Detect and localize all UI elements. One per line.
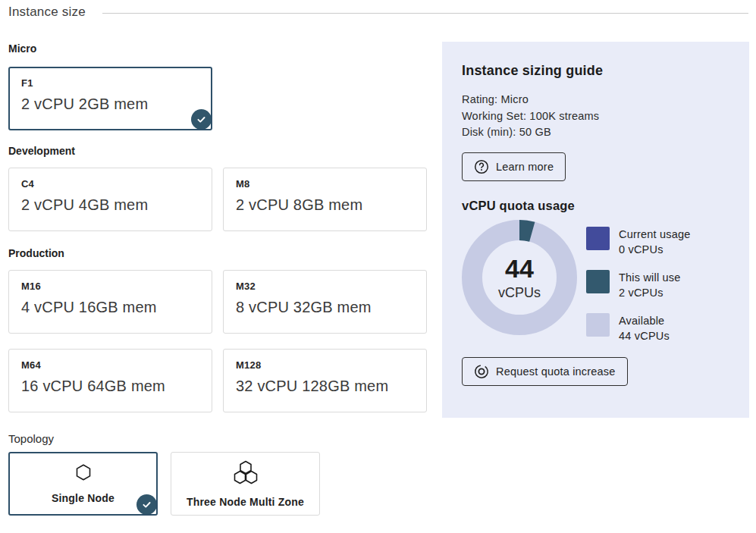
size-card-m32[interactable]: M32 8 vCPU 32GB mem [223, 270, 427, 334]
topology-options-row: Single Node Three Node Multi Zone [8, 452, 427, 516]
learn-more-label: Learn more [496, 161, 554, 173]
topology-card-three-node[interactable]: Three Node Multi Zone [171, 452, 320, 516]
size-card-c4[interactable]: C4 2 vCPU 4GB mem [8, 168, 212, 231]
selected-check-icon [136, 494, 157, 515]
legend-swatch-current-usage [586, 227, 610, 250]
request-quota-label: Request quota increase [496, 365, 616, 378]
size-card-spec: 32 vCPU 128GB mem [236, 378, 414, 395]
legend-item-this-will-use: This will use 2 vCPUs [586, 270, 691, 300]
size-card-m8[interactable]: M8 2 vCPU 8GB mem [223, 168, 427, 231]
size-card-code: M128 [236, 359, 414, 371]
content-row: Micro F1 2 vCPU 2GB mem Development C4 2… [0, 20, 756, 516]
topology-option-label: Three Node Multi Zone [187, 496, 304, 508]
vcpu-quota-donut-chart: 44 vCPUs [462, 220, 577, 335]
selected-check-icon [191, 109, 212, 130]
micro-section-label: Micro [8, 42, 427, 55]
size-card-spec: 8 vCPU 32GB mem [236, 299, 414, 316]
instance-sizing-guide-panel: Instance sizing guide Rating: Micro Work… [442, 42, 749, 418]
size-card-code: M32 [236, 281, 414, 292]
section-header: Instance size [0, 0, 756, 20]
size-card-spec: 16 vCPU 64GB mem [21, 378, 199, 395]
legend-value: 2 vCPUs [619, 287, 663, 299]
legend-name: Available [619, 315, 664, 327]
request-quota-increase-button[interactable]: Request quota increase [462, 357, 628, 386]
legend-name: Current usage [619, 228, 691, 240]
guide-panel-title: Instance sizing guide [462, 63, 729, 79]
size-card-code: M16 [21, 281, 199, 292]
size-card-m64[interactable]: M64 16 vCPU 64GB mem [8, 349, 212, 412]
size-card-m128[interactable]: M128 32 vCPU 128GB mem [223, 349, 427, 412]
help-circle-icon [474, 159, 489, 174]
size-card-spec: 2 vCPU 8GB mem [236, 196, 414, 214]
quota-chart-row: 44 vCPUs Current usage 0 vCPUs [462, 220, 729, 343]
size-card-code: C4 [21, 178, 199, 190]
size-card-code: F1 [21, 77, 199, 89]
three-hexagons-icon [231, 460, 260, 488]
vcpu-quota-heading: vCPU quota usage [462, 199, 729, 213]
size-card-code: M64 [21, 359, 199, 371]
development-section-label: Development [8, 145, 427, 157]
size-card-spec: 2 vCPU 4GB mem [21, 196, 199, 214]
size-card-spec: 4 vCPU 16GB mem [21, 299, 199, 316]
topology-card-single-node[interactable]: Single Node [8, 452, 158, 516]
development-card-grid: C4 2 vCPU 4GB mem M8 2 vCPU 8GB mem [8, 168, 427, 231]
size-card-code: M8 [236, 178, 414, 190]
rating-line: Rating: Micro [462, 92, 729, 108]
instance-size-page: Instance size Micro F1 2 vCPU 2GB mem De… [0, 0, 756, 533]
size-options-column: Micro F1 2 vCPU 2GB mem Development C4 2… [8, 20, 427, 516]
disk-min-line: Disk (min): 50 GB [462, 124, 729, 141]
legend-item-available: Available 44 vCPUs [586, 313, 691, 343]
single-hexagon-icon [74, 463, 93, 484]
legend-name: This will use [619, 271, 681, 284]
size-card-spec: 2 vCPU 2GB mem [21, 96, 199, 113]
production-section-label: Production [8, 247, 427, 259]
quota-target-icon [474, 364, 489, 379]
micro-card-grid: F1 2 vCPU 2GB mem [8, 67, 427, 130]
working-set-line: Working Set: 100K streams [462, 108, 729, 125]
topology-option-label: Single Node [52, 492, 114, 504]
legend-item-current-usage: Current usage 0 vCPUs [586, 227, 691, 257]
learn-more-button[interactable]: Learn more [462, 152, 566, 181]
legend-swatch-available [586, 313, 610, 337]
legend-value: 44 vCPUs [619, 330, 670, 342]
donut-available-ring [472, 230, 567, 325]
size-card-m16[interactable]: M16 4 vCPU 16GB mem [8, 270, 212, 334]
guide-info-block: Rating: Micro Working Set: 100K streams … [462, 92, 729, 141]
production-card-grid: M16 4 vCPU 16GB mem M32 8 vCPU 32GB mem … [8, 270, 427, 412]
size-card-f1[interactable]: F1 2 vCPU 2GB mem [8, 67, 212, 130]
legend-value: 0 vCPUs [619, 243, 663, 256]
header-divider [102, 13, 748, 14]
page-title: Instance size [8, 5, 86, 20]
legend-swatch-this-will-use [586, 270, 610, 293]
topology-section-label: Topology [8, 432, 427, 445]
quota-legend: Current usage 0 vCPUs This will use 2 vC… [586, 227, 691, 343]
